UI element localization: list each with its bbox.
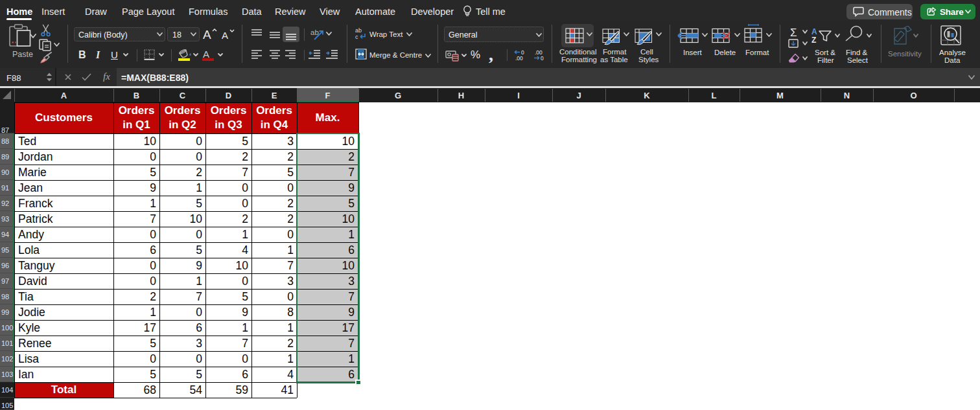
svg-text:Z: Z bbox=[811, 36, 816, 44]
svg-text:0: 0 bbox=[541, 55, 544, 61]
svg-text:A: A bbox=[811, 27, 817, 36]
svg-text:c: c bbox=[355, 34, 358, 40]
svg-text:ab: ab bbox=[310, 28, 319, 36]
svg-text:ab: ab bbox=[355, 27, 362, 34]
svg-text:.00: .00 bbox=[515, 55, 523, 61]
